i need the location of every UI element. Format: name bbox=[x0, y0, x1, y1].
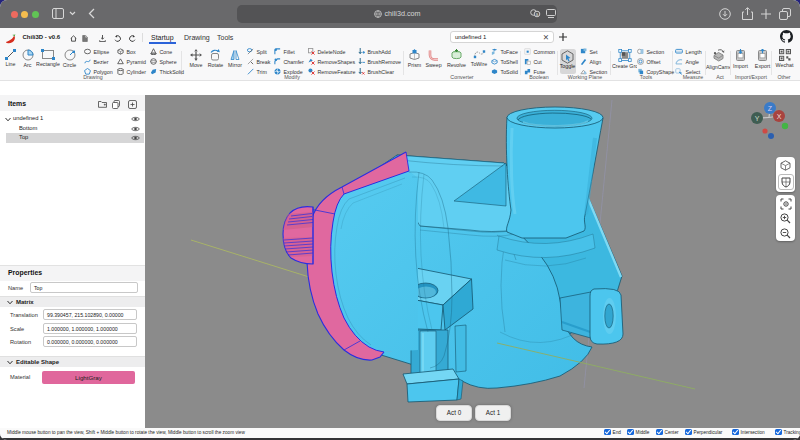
svg-text:Z: Z bbox=[768, 105, 773, 112]
svg-text:X: X bbox=[777, 113, 782, 120]
svg-text:a: a bbox=[536, 11, 539, 17]
svg-text:Y: Y bbox=[755, 115, 760, 122]
